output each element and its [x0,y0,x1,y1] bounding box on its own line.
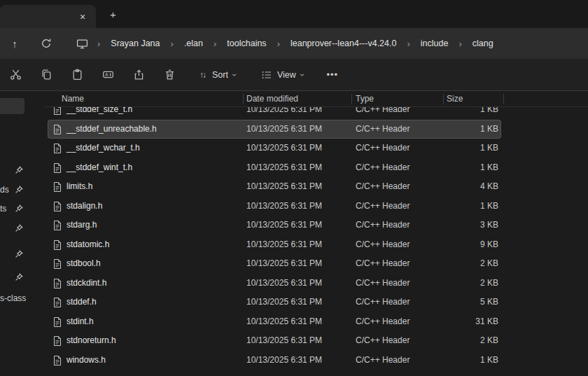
breadcrumb-chevron-icon: › [454,39,466,49]
sidebar-item[interactable]: ds [0,183,31,197]
copy-icon [41,69,52,81]
file-row[interactable]: stdckdint.h 10/13/2025 6:31 PM C/C++ Hea… [48,274,501,293]
delete-button[interactable] [158,63,181,87]
file-date-modified: 10/13/2025 6:31 PM [246,351,322,370]
see-more-button[interactable]: ••• [321,63,344,87]
file-name: limits.h [66,177,92,197]
file-list-area: Name Date modified Type Size __stddef_si… [43,91,588,376]
sidebar-item[interactable] [0,221,31,235]
file-row[interactable]: stdalign.h 10/13/2025 6:31 PM C/C++ Head… [48,197,501,216]
header-file-icon [52,258,62,270]
column-header-name[interactable]: Name [62,91,84,106]
column-header-type[interactable]: Type [356,91,374,106]
sidebar-item[interactable] [0,270,31,284]
file-date-modified: 10/13/2025 6:31 PM [246,158,322,178]
column-divider[interactable] [243,94,244,104]
svg-text:A: A [105,72,108,77]
cut-button[interactable] [4,63,27,87]
new-tab-button[interactable]: + [104,6,122,23]
file-date-modified: 10/13/2025 6:31 PM [246,197,322,216]
sort-icon: ↑↓ [200,70,207,80]
file-date-modified: 10/13/2025 6:31 PM [246,120,322,139]
breadcrumb-item[interactable]: leanprover--lean4---v4.24.0 [285,34,402,53]
header-file-icon [52,239,62,251]
file-row[interactable]: __stddef_unreachable.h 10/13/2025 6:31 P… [48,120,501,139]
view-icon [261,69,272,81]
column-header-row: Name Date modified Type Size [43,91,588,107]
sidebar-items: ds ts [0,91,43,376]
file-type: C/C++ Header [356,158,410,178]
breadcrumb-chevron-icon: › [402,39,414,49]
view-label: View [277,70,296,80]
up-button[interactable]: ↑ [4,32,26,55]
file-type: C/C++ Header [356,139,410,158]
column-header-date-modified[interactable]: Date modified [246,91,298,106]
cut-icon [10,69,22,81]
file-row[interactable]: __stddef_wint_t.h 10/13/2025 6:31 PM C/C… [48,158,501,178]
file-type: C/C++ Header [356,312,410,332]
file-row[interactable]: stdnoreturn.h 10/13/2025 6:31 PM C/C++ H… [48,331,501,351]
copy-button[interactable] [34,63,58,87]
file-size: 31 KB [426,312,498,332]
file-size: 3 KB [426,216,498,235]
file-name: stdbool.h [66,254,101,274]
sidebar-item[interactable]: s-class [0,291,31,305]
breadcrumb-item[interactable]: .elan [178,34,209,53]
file-date-modified: 10/13/2025 6:31 PM [246,235,322,255]
sort-dropdown[interactable]: ↑↓ Sort › [192,64,243,86]
paste-icon [71,69,83,81]
breadcrumb-item[interactable]: include [415,34,454,53]
file-name: stdint.h [66,312,94,332]
column-divider[interactable] [351,94,352,104]
breadcrumb-item[interactable]: Srayan Jana [105,34,165,53]
explorer-tab[interactable]: × [0,5,96,28]
file-size: 1 KB [426,139,498,158]
file-date-modified: 10/13/2025 6:31 PM [246,177,322,197]
chevron-down-icon: › [298,74,307,76]
file-date-modified: 10/13/2025 6:31 PM [246,139,322,158]
file-size: 9 KB [426,235,498,255]
column-divider[interactable] [503,94,504,104]
file-size: 1 KB [426,197,498,216]
file-name: stdatomic.h [66,235,109,255]
sidebar-item[interactable]: ts [0,202,31,216]
column-header-size[interactable]: Size [447,91,463,106]
file-row[interactable]: windows.h 10/13/2025 6:31 PM C/C++ Heade… [48,351,501,370]
file-row[interactable]: stdatomic.h 10/13/2025 6:31 PM C/C++ Hea… [48,235,501,255]
file-type: C/C++ Header [356,293,410,312]
breadcrumb-chevron-icon: › [272,39,285,49]
this-pc-icon[interactable] [71,33,92,54]
file-row[interactable]: stdint.h 10/13/2025 6:31 PM C/C++ Header… [48,312,501,332]
rename-icon: A [102,69,114,81]
header-file-icon [52,297,62,308]
file-row[interactable]: limits.h 10/13/2025 6:31 PM C/C++ Header… [48,177,501,197]
file-size: 5 KB [426,293,498,312]
refresh-button[interactable] [35,32,57,55]
file-type: C/C++ Header [356,235,410,255]
paste-button[interactable] [65,63,89,87]
column-divider[interactable] [443,94,444,104]
file-row[interactable]: __stddef_wchar_t.h 10/13/2025 6:31 PM C/… [48,139,501,158]
sidebar-item-label: ds [0,185,9,195]
file-row[interactable]: stdbool.h 10/13/2025 6:31 PM C/C++ Heade… [48,254,501,274]
command-toolbar: A ↑↓ Sort › [0,59,588,91]
sidebar-item[interactable] [0,163,31,177]
file-size: 1 KB [426,158,498,178]
address-bar[interactable]: › Srayan Jana›.elan›toolchains›leanprove… [71,32,588,55]
header-file-icon [52,181,62,193]
content-area: ds ts [0,91,588,376]
file-row[interactable]: stdarg.h 10/13/2025 6:31 PM C/C++ Header… [48,216,501,235]
file-name: stdalign.h [66,197,102,216]
file-type: C/C++ Header [356,254,410,274]
tab-close-icon[interactable]: × [75,9,90,25]
breadcrumb-item[interactable]: clang [467,34,499,53]
rename-button[interactable]: A [96,63,120,87]
view-dropdown[interactable]: View › [254,64,311,86]
share-button[interactable] [127,63,150,87]
file-size: 2 KB [426,331,498,351]
breadcrumb-item[interactable]: toolchains [221,34,272,53]
file-row[interactable]: stddef.h 10/13/2025 6:31 PM C/C++ Header… [48,293,501,312]
file-name: stdarg.h [66,216,97,235]
chevron-down-icon: › [230,74,239,76]
sidebar-item[interactable] [0,247,31,261]
